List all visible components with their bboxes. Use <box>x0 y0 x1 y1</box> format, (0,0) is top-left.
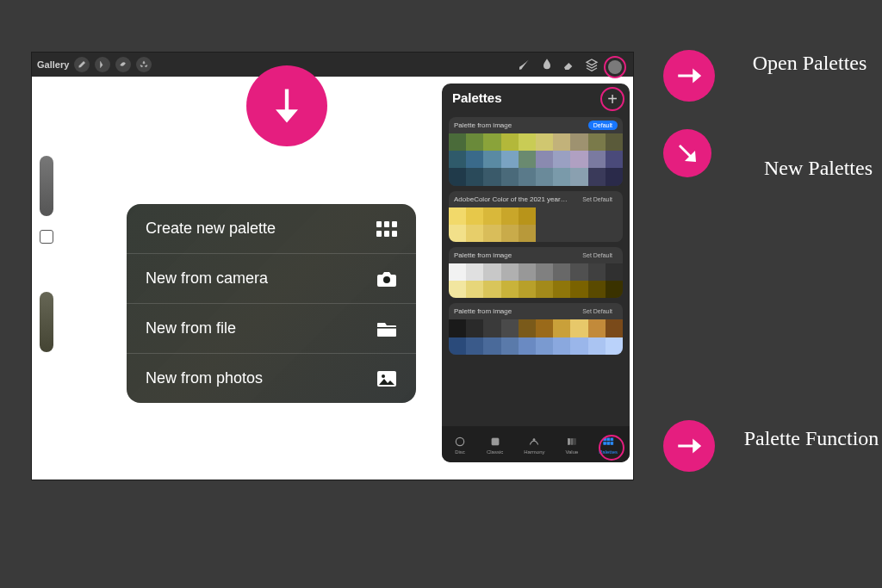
swatch[interactable] <box>501 319 519 337</box>
swatch[interactable] <box>501 263 519 281</box>
menu-item-new-from-photos[interactable]: New from photos <box>127 353 416 403</box>
swatch[interactable] <box>588 133 606 151</box>
tab-classic[interactable]: Classic <box>487 436 503 455</box>
modify-button[interactable] <box>40 230 53 244</box>
palette-card[interactable]: Palette from imageSet Default <box>449 247 623 298</box>
swatch[interactable] <box>536 319 553 337</box>
swatch[interactable] <box>570 281 587 298</box>
swatch[interactable] <box>483 281 500 298</box>
swatch[interactable] <box>606 151 623 168</box>
selection-icon[interactable] <box>115 57 131 72</box>
swatch[interactable] <box>588 151 606 168</box>
swatch[interactable] <box>501 281 519 298</box>
swatch[interactable] <box>606 225 623 242</box>
actions-icon[interactable] <box>74 57 90 72</box>
swatch[interactable] <box>553 263 570 281</box>
swatch[interactable] <box>519 133 536 151</box>
swatch[interactable] <box>553 168 570 185</box>
layers-icon[interactable] <box>583 56 600 73</box>
default-button[interactable]: Set Default <box>577 195 618 204</box>
brush-icon[interactable] <box>516 56 533 73</box>
swatch[interactable] <box>553 337 570 355</box>
tab-disc[interactable]: Disc <box>454 436 466 455</box>
default-button[interactable]: Default <box>588 121 618 130</box>
swatch[interactable] <box>553 207 570 225</box>
swatch[interactable] <box>483 168 500 185</box>
swatch[interactable] <box>553 225 570 242</box>
menu-item-create-new-palette[interactable]: Create new palette <box>127 204 416 253</box>
swatch[interactable] <box>466 281 483 298</box>
swatch[interactable] <box>466 207 483 225</box>
swatch[interactable] <box>570 151 587 168</box>
swatch[interactable] <box>588 281 606 298</box>
palette-card[interactable]: Palette from imageDefault <box>449 117 623 186</box>
swatch[interactable] <box>570 133 587 151</box>
swatch[interactable] <box>483 133 500 151</box>
swatch[interactable] <box>466 263 483 281</box>
swatch[interactable] <box>536 133 553 151</box>
swatch[interactable] <box>536 207 553 225</box>
swatch[interactable] <box>536 281 553 298</box>
transform-icon[interactable] <box>136 57 152 72</box>
swatch[interactable] <box>536 151 553 168</box>
swatch[interactable] <box>519 281 536 298</box>
swatch[interactable] <box>466 319 483 337</box>
swatch[interactable] <box>519 168 536 185</box>
gallery-button[interactable]: Gallery <box>37 59 69 70</box>
swatch[interactable] <box>519 207 536 225</box>
colors-button[interactable] <box>608 60 622 74</box>
swatch[interactable] <box>519 337 536 355</box>
swatch[interactable] <box>606 263 623 281</box>
swatch[interactable] <box>570 168 587 185</box>
brush-size-slider[interactable] <box>40 156 53 216</box>
adjustments-icon[interactable] <box>95 57 110 72</box>
swatch[interactable] <box>483 319 500 337</box>
swatch[interactable] <box>570 263 587 281</box>
swatch[interactable] <box>570 319 587 337</box>
swatch[interactable] <box>449 337 466 355</box>
swatch[interactable] <box>588 168 606 185</box>
smudge-icon[interactable] <box>538 56 556 73</box>
swatch[interactable] <box>536 337 553 355</box>
swatch[interactable] <box>606 207 623 225</box>
tab-value[interactable]: Value <box>565 436 578 455</box>
swatch[interactable] <box>519 263 536 281</box>
swatch[interactable] <box>606 319 623 337</box>
palette-card[interactable]: AdobeColor Color of the 2021 year…Set De… <box>449 191 623 242</box>
add-palette-button[interactable]: + <box>607 90 618 108</box>
palettes-list[interactable]: Palette from imageDefaultAdobeColor Colo… <box>442 112 630 426</box>
swatch[interactable] <box>483 151 500 168</box>
default-button[interactable]: Set Default <box>577 306 618 316</box>
swatch[interactable] <box>449 319 466 337</box>
swatch[interactable] <box>449 207 466 225</box>
swatch[interactable] <box>553 151 570 168</box>
eraser-icon[interactable] <box>561 56 578 73</box>
swatch[interactable] <box>449 225 466 242</box>
swatch[interactable] <box>536 168 553 185</box>
swatch[interactable] <box>606 337 623 355</box>
swatch[interactable] <box>449 281 466 298</box>
palette-card[interactable]: Palette from imageSet Default <box>449 303 623 354</box>
swatch[interactable] <box>588 319 606 337</box>
swatch[interactable] <box>466 225 483 242</box>
swatch[interactable] <box>570 207 587 225</box>
swatch[interactable] <box>501 168 519 185</box>
swatch[interactable] <box>449 263 466 281</box>
brush-opacity-slider[interactable] <box>40 292 53 352</box>
swatch[interactable] <box>536 225 553 242</box>
swatch[interactable] <box>449 133 466 151</box>
swatch[interactable] <box>570 225 587 242</box>
swatch[interactable] <box>501 225 519 242</box>
menu-item-new-from-camera[interactable]: New from camera <box>127 253 416 303</box>
swatch[interactable] <box>466 168 483 185</box>
swatch[interactable] <box>483 263 500 281</box>
swatch[interactable] <box>466 133 483 151</box>
swatch[interactable] <box>501 133 519 151</box>
swatch[interactable] <box>449 168 466 185</box>
swatch[interactable] <box>519 319 536 337</box>
swatch[interactable] <box>588 207 606 225</box>
swatch[interactable] <box>483 225 500 242</box>
swatch[interactable] <box>553 133 570 151</box>
swatch[interactable] <box>553 319 570 337</box>
swatch[interactable] <box>606 168 623 185</box>
